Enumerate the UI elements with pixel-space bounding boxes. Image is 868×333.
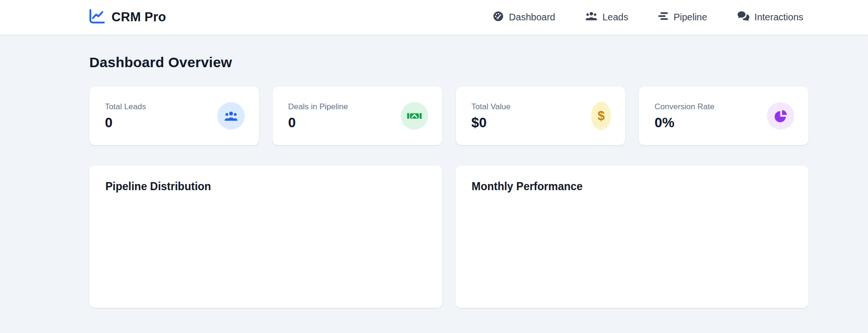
stat-value: 0: [105, 116, 146, 130]
users-icon: [585, 11, 597, 23]
nav-item-leads[interactable]: Leads: [585, 11, 628, 23]
stat-value: $0: [472, 116, 511, 130]
brand[interactable]: CRM Pro: [88, 9, 166, 26]
stat-label: Total Leads: [105, 102, 146, 112]
stat-label: Total Value: [472, 102, 511, 112]
nav-label: Leads: [602, 12, 628, 23]
chart-pie-icon: [767, 102, 794, 130]
nav-item-dashboard[interactable]: Dashboard: [493, 11, 555, 24]
chart-title: Pipeline Distribution: [105, 180, 426, 193]
stat-card-conversion-rate: Conversion Rate 0%: [639, 87, 808, 145]
stat-card-deals-in-pipeline: Deals in Pipeline 0: [273, 87, 442, 145]
nav-label: Dashboard: [509, 12, 555, 23]
charts-grid: Pipeline Distribution Monthly Performanc…: [89, 166, 808, 308]
stat-label: Deals in Pipeline: [288, 102, 348, 112]
nav-label: Interactions: [755, 12, 803, 23]
users-icon: [217, 102, 245, 130]
nav-item-interactions[interactable]: Interactions: [738, 11, 803, 24]
comments-icon: [738, 11, 749, 24]
brand-name: CRM Pro: [112, 10, 166, 25]
chart-title: Monthly Performance: [472, 180, 792, 193]
stat-card-total-leads: Total Leads 0: [89, 87, 259, 145]
main-nav: Dashboard Leads: [493, 11, 803, 24]
gauge-icon: [493, 11, 504, 24]
top-navbar: CRM Pro Dashboard: [0, 0, 868, 35]
stat-value: 0: [288, 116, 348, 130]
stats-grid: Total Leads 0 Deals in Pipeline 0: [89, 87, 808, 145]
stat-label: Conversion Rate: [654, 102, 714, 112]
main-content: Dashboard Overview Total Leads 0 Dea: [89, 54, 808, 308]
monthly-performance-chart-area: [472, 193, 792, 295]
nav-item-pipeline[interactable]: Pipeline: [658, 12, 707, 23]
pipeline-distribution-chart-area: [105, 193, 426, 295]
dollar-icon: $: [591, 102, 611, 130]
chart-line-icon: [88, 9, 105, 26]
handshake-icon: [401, 102, 428, 130]
stat-card-total-value: Total Value $0 $: [456, 87, 626, 145]
pipeline-distribution-card: Pipeline Distribution: [89, 166, 442, 308]
stream-icon: [658, 12, 668, 23]
stat-value: 0%: [654, 116, 714, 130]
dollar-glyph: $: [598, 110, 605, 123]
page-title: Dashboard Overview: [89, 54, 808, 70]
nav-label: Pipeline: [673, 12, 707, 23]
monthly-performance-card: Monthly Performance: [455, 166, 808, 308]
